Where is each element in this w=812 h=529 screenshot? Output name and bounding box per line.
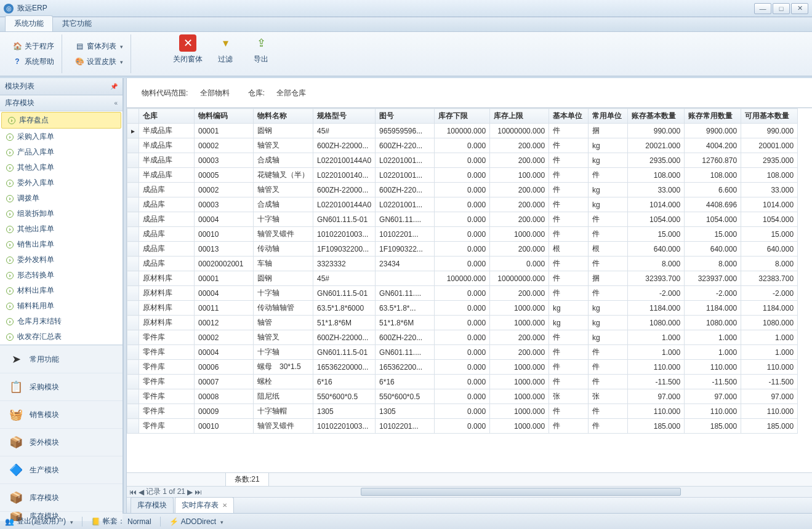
connection-type[interactable]: ⚡ ADODirect bbox=[169, 517, 223, 526]
table-row[interactable]: ▸半成品库00001圆钢45#965959596...100000.000100… bbox=[127, 124, 798, 138]
tree-item-label: 形态转换单 bbox=[17, 270, 54, 280]
cell: -2.000 bbox=[685, 286, 741, 301]
tree-item[interactable]: ›产品入库单 bbox=[0, 145, 123, 160]
prev-page-button[interactable]: ◀ bbox=[139, 488, 144, 496]
data-grid[interactable]: 仓库物料编码物料名称规格型号图号库存下限库存上限基本单位常用单位账存基本数量账存… bbox=[127, 108, 812, 472]
tab-other[interactable]: 其它功能 bbox=[53, 15, 101, 31]
next-page-button[interactable]: ▶ bbox=[187, 488, 193, 496]
column-header[interactable]: 物料编码 bbox=[195, 109, 254, 124]
column-header[interactable]: 物料名称 bbox=[254, 109, 313, 124]
tree-item[interactable]: ›委外入库单 bbox=[0, 175, 123, 191]
account-set[interactable]: 📒 帐套： Normal bbox=[91, 516, 151, 527]
help-button[interactable]: ? 系统帮助 bbox=[10, 55, 57, 68]
sidebar-section-header[interactable]: 库存模块 « bbox=[0, 95, 123, 111]
horizontal-scrollbar[interactable]: ⏮ ◀ 记录 1 of 21 ▶ ⏭ bbox=[127, 486, 812, 497]
cell: 200.000 bbox=[490, 330, 549, 345]
table-row[interactable]: 零件库00004十字轴GN601.11.5-01GN601.11....0.00… bbox=[127, 345, 798, 360]
cell: 23434 bbox=[376, 257, 435, 271]
close-form-button[interactable]: ✕ 关闭窗体 bbox=[173, 34, 203, 65]
tree-item[interactable]: ›其他入库单 bbox=[0, 160, 123, 175]
column-header[interactable]: 规格型号 bbox=[313, 109, 376, 124]
tree-item[interactable]: ›材料出库单 bbox=[0, 283, 123, 298]
tree-item[interactable]: ›采购入库单 bbox=[0, 129, 123, 145]
about-button[interactable]: 🏠 关于程序 bbox=[10, 40, 57, 53]
tab-system[interactable]: 系统功能 bbox=[5, 15, 53, 31]
table-row[interactable]: 零件库00006螺母 30*1.516536220000...165362200… bbox=[127, 360, 798, 375]
table-row[interactable]: 成品库00003合成轴L0220100144A0L02201001...0.00… bbox=[127, 197, 798, 212]
table-row[interactable]: 半成品库00003合成轴L0220100144A0L02201001...0.0… bbox=[127, 153, 798, 168]
tree-item[interactable]: ›库存盘点 bbox=[1, 112, 121, 129]
tab-realtime-inventory[interactable]: 实时库存表✕ bbox=[175, 497, 234, 513]
close-button[interactable]: ✕ bbox=[791, 3, 808, 14]
nav-module[interactable]: 🔷生产模块 bbox=[0, 456, 123, 483]
cell: 0.000 bbox=[435, 242, 490, 257]
pin-icon[interactable]: 📌 bbox=[110, 83, 118, 90]
tree-item[interactable]: ›仓库月末结转 bbox=[0, 314, 123, 329]
form-list-button[interactable]: ▤ 窗体列表 bbox=[72, 40, 126, 53]
nav-module[interactable]: ➤常用功能 bbox=[0, 345, 123, 373]
table-row[interactable]: 成品库00004十字轴GN601.11.5-01GN601.11....0.00… bbox=[127, 212, 798, 227]
tree-item[interactable]: ›辅料耗用单 bbox=[0, 298, 123, 314]
table-row[interactable]: 零件库00007螺栓6*166*160.0001000.000件件-11.500… bbox=[127, 375, 798, 389]
table-row[interactable]: 半成品库00005花键轴叉（半）L0220100140...L02201001.… bbox=[127, 168, 798, 183]
tree-item-label: 产品入库单 bbox=[17, 147, 54, 157]
column-header[interactable]: 基本单位 bbox=[549, 109, 589, 124]
tree-item[interactable]: ›调拨单 bbox=[0, 191, 123, 206]
table-row[interactable]: 原材料库00012轴管51*1.8*6M51*1.8*6M0.0001000.0… bbox=[127, 316, 798, 330]
module-icon: 📦 bbox=[9, 435, 23, 450]
row-indicator bbox=[127, 389, 139, 404]
export-button[interactable]: ⇪ 导出 bbox=[248, 34, 274, 65]
nav-module[interactable]: 🧺销售模块 bbox=[0, 400, 123, 428]
table-row[interactable]: 零件库00009十字轴帽130513050.0001000.000件件110.0… bbox=[127, 404, 798, 419]
table-row[interactable]: 原材料库00001圆钢45#100000.00010000000.000件捆32… bbox=[127, 271, 798, 286]
plus-icon: › bbox=[6, 241, 14, 249]
logout-button[interactable]: 👥 登出(超级用户) bbox=[5, 516, 73, 527]
table-row[interactable]: 半成品库00002轴管叉600ZH-22000...600ZH-220...0.… bbox=[127, 138, 798, 153]
cell: 32383.700 bbox=[741, 271, 798, 286]
cell: 0.000 bbox=[435, 212, 490, 227]
column-header[interactable]: 图号 bbox=[376, 109, 435, 124]
tree-item[interactable]: ›形态转换单 bbox=[0, 268, 123, 283]
close-tab-icon[interactable]: ✕ bbox=[222, 502, 227, 509]
minimize-button[interactable]: — bbox=[754, 3, 771, 14]
table-row[interactable]: 零件库00002轴管叉600ZH-22000...600ZH-220...0.0… bbox=[127, 330, 798, 345]
tree-item[interactable]: ›其他出库单 bbox=[0, 221, 123, 237]
tree-item[interactable]: ›组装拆卸单 bbox=[0, 206, 123, 221]
cell: 0.000 bbox=[435, 330, 490, 345]
nav-module[interactable]: 📋采购模块 bbox=[0, 373, 123, 400]
last-page-button[interactable]: ⏭ bbox=[195, 488, 202, 496]
table-row[interactable]: 成品库00020002001车轴3323332234340.0000.000件件… bbox=[127, 257, 798, 271]
table-row[interactable]: 原材料库00011传动轴轴管63.5*1.8*600063.5*1.8*...0… bbox=[127, 301, 798, 316]
scrollbar-thumb[interactable] bbox=[361, 488, 681, 496]
cell: 0.000 bbox=[490, 257, 549, 271]
table-row[interactable]: 原材料库00004十字轴GN601.11.5-01GN601.11....0.0… bbox=[127, 286, 798, 301]
column-header[interactable]: 账存常用数量 bbox=[685, 109, 741, 124]
table-row[interactable]: 零件库00008阻尼纸550*600*0.5550*600*0.50.00010… bbox=[127, 389, 798, 404]
filter-button[interactable]: ▾ 过滤 bbox=[212, 34, 238, 65]
maximize-button[interactable]: □ bbox=[773, 3, 790, 14]
table-row[interactable]: 成品库00013传动轴1F109032200...1F1090322...0.0… bbox=[127, 242, 798, 257]
cell: kg bbox=[589, 197, 628, 212]
plus-icon: › bbox=[6, 180, 14, 187]
cell: 件 bbox=[549, 124, 589, 138]
table-row[interactable]: 成品库00010轴管叉锻件10102201003...10102201...0.… bbox=[127, 227, 798, 242]
tree-item[interactable]: ›收发存汇总表 bbox=[0, 329, 123, 344]
column-header[interactable]: 常用单位 bbox=[589, 109, 628, 124]
tab-inventory-module[interactable]: 库存模块 bbox=[131, 497, 174, 513]
row-indicator bbox=[127, 138, 139, 153]
column-header[interactable]: 可用基本数量 bbox=[741, 109, 798, 124]
tree-item[interactable]: ›销售出库单 bbox=[0, 237, 123, 252]
column-header[interactable]: 库存上限 bbox=[490, 109, 549, 124]
skin-button[interactable]: 🎨 设置皮肤 bbox=[72, 55, 126, 68]
column-header[interactable]: 库存下限 bbox=[435, 109, 490, 124]
table-row[interactable]: 成品库00002轴管叉600ZH-22000...600ZH-220...0.0… bbox=[127, 183, 798, 197]
column-header[interactable]: 账存基本数量 bbox=[628, 109, 685, 124]
nav-module[interactable]: 📦委外模块 bbox=[0, 428, 123, 456]
table-row[interactable]: 零件库00010轴管叉锻件10102201003...10102201...0.… bbox=[127, 419, 798, 434]
column-header[interactable]: 仓库 bbox=[139, 109, 195, 124]
tree-item[interactable]: ›委外发料单 bbox=[0, 252, 123, 268]
row-indicator bbox=[127, 257, 139, 271]
nav-module[interactable]: 📦库存模块 bbox=[0, 483, 123, 511]
first-page-button[interactable]: ⏮ bbox=[129, 488, 137, 496]
cell: 零件库 bbox=[139, 330, 195, 345]
